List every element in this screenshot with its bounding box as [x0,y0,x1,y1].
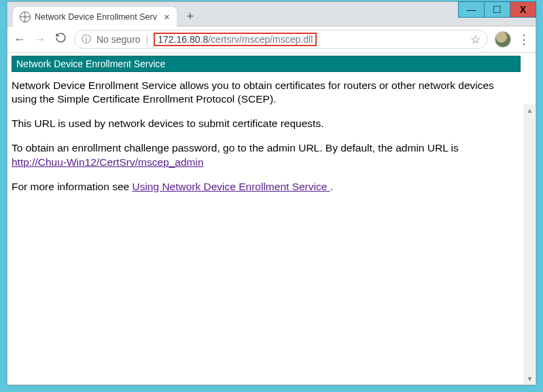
maximize-button[interactable]: ☐ [484,1,510,18]
menu-button[interactable]: ⋮ [518,37,530,43]
profile-avatar[interactable] [495,31,511,48]
window-controls: — ☐ X [459,1,536,18]
reload-button[interactable] [54,32,67,47]
new-tab-button[interactable]: + [181,7,200,26]
globe-icon [20,12,31,22]
url-highlight: 172.16.80.8/certsrv/mscep/mscep.dll [154,33,317,46]
toolbar: ← → ⓘ No seguro | 172.16.80.8/certsrv/ms… [7,26,536,53]
titlebar: Network Device Enrollment Servi × + — ☐ … [7,2,536,26]
scroll-down-icon[interactable]: ▼ [525,373,535,384]
text: . [330,181,333,192]
close-window-button[interactable]: X [510,1,536,18]
tab-strip: Network Device Enrollment Servi × + [7,2,536,26]
text: For more information see [12,181,132,192]
close-tab-icon[interactable]: × [164,12,170,22]
security-label: No seguro [97,34,141,45]
scrollbar[interactable]: ▲ ▼ [524,105,535,384]
text: To obtain an enrollment challenge passwo… [12,142,459,154]
bookmark-star-icon[interactable]: ☆ [470,33,480,47]
paragraph-usage: This URL is used by network devices to s… [12,117,521,130]
scroll-up-icon[interactable]: ▲ [525,105,535,115]
page-viewport: Network Device Enrollment Service Networ… [7,53,525,385]
page-content: Network Device Enrollment Service Networ… [7,53,525,207]
browser-tab[interactable]: Network Device Enrollment Servi × [13,7,177,26]
paragraph-moreinfo: For more information see Using Network D… [12,180,521,194]
paragraph-intro: Network Device Enrollment Service allows… [12,79,521,106]
url-path: /certsrv/mscep/mscep.dll [208,34,313,45]
page-heading: Network Device Enrollment Service [12,56,521,72]
admin-url-link[interactable]: http://Chuu-Win12/CertSrv/mscep_admin [12,156,204,168]
back-button[interactable]: ← [13,33,27,46]
minimize-button[interactable]: — [458,1,485,18]
browser-window: Network Device Enrollment Servi × + — ☐ … [7,1,536,385]
divider: | [146,34,149,45]
forward-button[interactable]: → [33,33,47,46]
url-host: 172.16.80.8 [158,34,208,45]
address-bar[interactable]: ⓘ No seguro | 172.16.80.8/certsrv/mscep/… [74,30,488,49]
tab-title: Network Device Enrollment Servi [35,12,157,22]
ndes-help-link[interactable]: Using Network Device Enrollment Service [132,181,330,192]
info-icon: ⓘ [82,33,91,46]
paragraph-admin: To obtain an enrollment challenge passwo… [12,141,521,168]
